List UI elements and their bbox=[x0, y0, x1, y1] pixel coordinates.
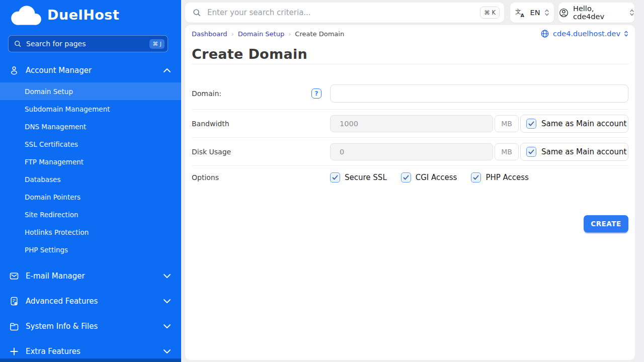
breadcrumb: Dashboard › Domain Setup › Create Domain bbox=[192, 30, 344, 38]
domain-input[interactable] bbox=[330, 84, 628, 103]
breadcrumb-separator: › bbox=[288, 30, 291, 38]
folder-icon bbox=[9, 321, 19, 331]
sidebar-item-domain-pointers[interactable]: Domain Pointers bbox=[0, 188, 181, 206]
chevron-down-icon bbox=[163, 324, 171, 329]
disk-same-as-main: Same as Main account bbox=[520, 143, 628, 161]
svg-text:A: A bbox=[521, 13, 525, 18]
translate-icon: 文A bbox=[515, 7, 526, 18]
sidebar-item-domain-setup[interactable]: Domain Setup bbox=[0, 82, 181, 100]
brand-logo[interactable]: DuelHost bbox=[7, 3, 119, 26]
sidebar-item-subdomain-management[interactable]: Subdomain Management bbox=[0, 100, 181, 118]
section-label: Advanced Features bbox=[26, 297, 163, 306]
sidebar-search-placeholder: Search for pages bbox=[26, 40, 149, 48]
option-cgi-access: CGI Access bbox=[401, 172, 457, 183]
submit-row: CREATE bbox=[584, 215, 628, 232]
sidebar-footer-strip bbox=[0, 358, 181, 362]
section-label: Extra Features bbox=[26, 347, 163, 356]
global-search-shortcut-badge: ⌘ K bbox=[480, 7, 500, 19]
sidebar-section-extra-features[interactable]: Extra Features bbox=[0, 342, 181, 360]
sidebar-item-ftp-management[interactable]: FTP Management bbox=[0, 153, 181, 170]
sidebar-item-label: Databases bbox=[25, 175, 60, 184]
unfold-more-icon bbox=[544, 9, 549, 17]
user-menu[interactable]: Hello, cde4dev bbox=[558, 3, 634, 23]
option-secure-ssl: Secure SSL bbox=[330, 172, 387, 183]
sidebar-item-label: Subdomain Management bbox=[25, 105, 110, 113]
sidebar-item-label: Domain Pointers bbox=[25, 193, 80, 201]
brand-name: DuelHost bbox=[47, 7, 119, 23]
sidebar-item-label: DNS Management bbox=[25, 123, 86, 131]
sidebar-section-account-manager[interactable]: Account Manager bbox=[0, 61, 181, 79]
chevron-down-icon bbox=[163, 299, 171, 304]
cloud-logo-icon bbox=[7, 3, 44, 26]
language-selector[interactable]: 文A EN bbox=[510, 3, 554, 23]
disk-same-checkbox[interactable] bbox=[526, 147, 536, 157]
language-value: EN bbox=[530, 9, 540, 17]
sidebar-section-email-manager[interactable]: E-mail Manager bbox=[0, 267, 181, 285]
disk-usage-label: Disk Usage bbox=[192, 148, 330, 156]
cgi-access-checkbox[interactable] bbox=[401, 172, 411, 183]
user-greeting: Hello, cde4dev bbox=[573, 5, 625, 21]
sidebar-item-dns-management[interactable]: DNS Management bbox=[0, 118, 181, 135]
chevron-up-icon bbox=[163, 68, 171, 73]
bandwidth-same-checkbox[interactable] bbox=[526, 119, 536, 129]
search-icon bbox=[192, 8, 201, 17]
domain-selector-value: cde4.duelhost.dev bbox=[553, 30, 620, 38]
secure-ssl-checkbox[interactable] bbox=[330, 172, 340, 183]
file-gear-icon bbox=[9, 296, 19, 306]
disk-usage-row: Disk Usage MB Same as Main account bbox=[192, 138, 628, 166]
create-button[interactable]: CREATE bbox=[584, 215, 628, 232]
breadcrumb-dashboard[interactable]: Dashboard bbox=[192, 30, 227, 38]
sidebar-item-label: SSL Certificates bbox=[25, 140, 78, 148]
user-icon bbox=[9, 65, 19, 75]
title-divider bbox=[192, 64, 628, 64]
unfold-more-icon bbox=[629, 9, 634, 17]
disk-usage-unit: MB bbox=[495, 143, 519, 160]
options-label: Options bbox=[192, 173, 330, 182]
sidebar-search[interactable]: Search for pages ⌘ J bbox=[8, 35, 168, 52]
help-button[interactable]: ? bbox=[311, 88, 321, 99]
breadcrumb-separator: › bbox=[231, 30, 234, 38]
sidebar-item-label: PHP Settings bbox=[25, 246, 68, 254]
domain-row: Domain: ? bbox=[192, 78, 628, 110]
disk-usage-input bbox=[330, 143, 493, 160]
domain-label: Domain: bbox=[192, 89, 311, 98]
breadcrumb-current: Create Domain bbox=[295, 30, 344, 38]
same-as-main-label: Same as Main account bbox=[541, 119, 626, 128]
user-circle-icon bbox=[558, 8, 569, 18]
globe-icon bbox=[540, 29, 549, 38]
bandwidth-unit: MB bbox=[495, 115, 519, 132]
bandwidth-same-as-main: Same as Main account bbox=[520, 115, 628, 133]
sidebar-section-system-info-files[interactable]: System Info & Files bbox=[0, 317, 181, 335]
sidebar: DuelHost Search for pages ⌘ J Account Ma… bbox=[0, 0, 181, 362]
option-php-access: PHP Access bbox=[471, 172, 529, 183]
sidebar-section-advanced-features[interactable]: Advanced Features bbox=[0, 292, 181, 310]
sidebar-item-site-redirection[interactable]: Site Redirection bbox=[0, 206, 181, 223]
sidebar-item-hotlinks-protection[interactable]: Hotlinks Protection bbox=[0, 223, 181, 241]
breadcrumb-domain-setup[interactable]: Domain Setup bbox=[238, 30, 284, 38]
same-as-main-label: Same as Main account bbox=[541, 147, 626, 156]
sidebar-item-label: Hotlinks Protection bbox=[25, 228, 89, 236]
section-label: System Info & Files bbox=[26, 322, 163, 331]
envelope-icon bbox=[9, 271, 19, 281]
option-label: CGI Access bbox=[416, 173, 457, 182]
sidebar-item-label: Site Redirection bbox=[25, 211, 78, 219]
options-row: Options Secure SSL CGI Access PHP Access bbox=[192, 166, 628, 189]
option-label: PHP Access bbox=[486, 173, 529, 182]
php-access-checkbox[interactable] bbox=[471, 172, 481, 183]
unfold-more-icon bbox=[624, 30, 628, 37]
sidebar-item-label: Domain Setup bbox=[25, 87, 73, 96]
create-domain-form: Domain: ? Bandwidth MB Same as Main acco… bbox=[192, 78, 628, 189]
section-label: Account Manager bbox=[26, 66, 163, 75]
sidebar-item-php-settings[interactable]: PHP Settings bbox=[0, 241, 181, 258]
bandwidth-input bbox=[330, 115, 493, 132]
option-label: Secure SSL bbox=[345, 173, 387, 182]
content-card: Dashboard › Domain Setup › Create Domain… bbox=[185, 25, 635, 360]
global-search-bar[interactable]: ⌘ K bbox=[185, 3, 504, 23]
sidebar-item-databases[interactable]: Databases bbox=[0, 170, 181, 188]
domain-selector[interactable]: cde4.duelhost.dev bbox=[540, 29, 628, 38]
sidebar-item-ssl-certificates[interactable]: SSL Certificates bbox=[0, 135, 181, 153]
global-search-input[interactable] bbox=[207, 8, 480, 17]
section-label: E-mail Manager bbox=[26, 272, 163, 281]
sidebar-search-shortcut-badge: ⌘ J bbox=[149, 39, 165, 49]
chevron-down-icon bbox=[163, 349, 171, 354]
